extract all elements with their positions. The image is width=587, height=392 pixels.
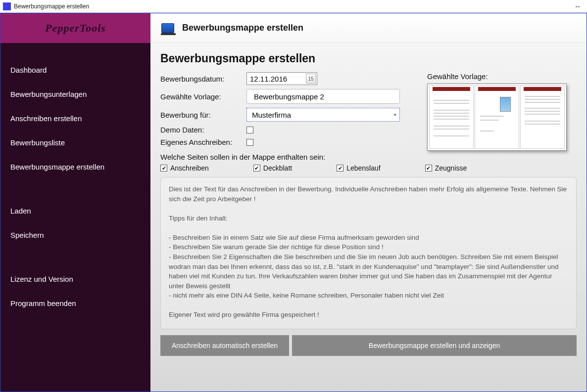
label-date: Bewerbungsdatum: <box>160 75 246 83</box>
checkbox-deckblatt[interactable] <box>253 165 260 172</box>
label-applyfor: Bewerbung für: <box>160 111 246 119</box>
check-deckblatt[interactable]: Deckblatt <box>253 164 292 172</box>
check-lebenslauf[interactable]: Lebenslauf <box>337 164 381 172</box>
row-own-letter: Eigenes Anschreiben: <box>160 138 418 146</box>
preview-title: Gewählte Vorlage: <box>427 72 577 81</box>
preview-page-1 <box>429 86 474 149</box>
page-title: Bewerbungsmappe erstellen <box>160 52 577 65</box>
sidebar-item-bewerbungsunterlagen[interactable]: Bewerbungsunterlagen <box>0 82 150 106</box>
section-question: Welche Seiten sollen in der Mappe enthal… <box>160 153 577 161</box>
preview-column: Gewählte Vorlage: <box>427 72 577 151</box>
check-zeugnisse[interactable]: Zeugnisse <box>425 164 467 172</box>
row-applyfor: Bewerbung für: Musterfirma ▾ <box>160 108 418 122</box>
checkbox-own-letter[interactable] <box>246 139 253 146</box>
content: Bewerbungsmappe erstellen Bewerbungsmapp… <box>150 13 587 392</box>
form-area: Bewerbungsdatum: 12.11.2016 15 Gewählte … <box>160 72 577 151</box>
checkbox-label: Deckblatt <box>263 164 292 172</box>
chevron-down-icon: ▾ <box>394 112 396 117</box>
date-value: 12.11.2016 <box>250 75 287 83</box>
titlebar: Bewerbungsmappe erstellen ↔ <box>0 0 587 13</box>
template-preview <box>427 84 567 151</box>
check-anschreiben[interactable]: Anschreiben <box>160 164 209 172</box>
sidebar-item-dashboard[interactable]: Dashboard <box>0 58 150 82</box>
sidebar-item-bewerbungsliste[interactable]: Bewerbungsliste <box>0 131 150 155</box>
row-date: Bewerbungsdatum: 12.11.2016 15 <box>160 72 418 85</box>
brand-text: PepperTools <box>45 22 106 35</box>
sidebar-item-anschreiben-erstellen[interactable]: Anschreiben erstellen <box>0 106 150 131</box>
action-row: Anschreiben automatisch erstellen Bewerb… <box>160 335 577 356</box>
label-template: Gewählte Vorlage: <box>160 92 246 101</box>
checkbox-anschreiben[interactable] <box>160 165 167 172</box>
checks-row: Anschreiben Deckblatt Lebenslauf Zeugnis… <box>160 164 577 172</box>
page-body: Bewerbungsmappe erstellen Bewerbungsdatu… <box>150 43 587 392</box>
preview-page-3 <box>520 86 565 149</box>
nav: Dashboard Bewerbungsunterlagen Anschreib… <box>0 43 150 392</box>
checkbox-label: Zeugnisse <box>435 164 467 172</box>
template-field[interactable]: Bewerbungsmappe 2 <box>246 89 400 104</box>
checkbox-zeugnisse[interactable] <box>425 165 432 172</box>
checkbox-demo[interactable] <box>246 127 253 133</box>
row-demo: Demo Daten: <box>160 126 418 134</box>
auto-create-button[interactable]: Anschreiben automatisch erstellen <box>160 335 289 356</box>
sidebar-item-laden[interactable]: Laden <box>0 199 150 223</box>
sidebar-item-programm-beenden[interactable]: Programm beenden <box>0 291 150 315</box>
header-title: Bewerbungsmappe erstellen <box>182 23 303 33</box>
label-own-letter: Eigenes Anschreiben: <box>160 138 246 146</box>
applyfor-combo[interactable]: Musterfirma ▾ <box>246 108 400 122</box>
content-header: Bewerbungsmappe erstellen <box>150 13 587 43</box>
applyfor-value: Musterfirma <box>252 111 291 119</box>
monitor-icon <box>161 23 174 33</box>
calendar-icon[interactable]: 15 <box>306 74 316 84</box>
sidebar-item-speichern[interactable]: Speichern <box>0 223 150 247</box>
checkbox-label: Lebenslauf <box>346 164 381 172</box>
template-value: Bewerbungsmappe 2 <box>254 92 324 101</box>
sidebar-item-lizenz-version[interactable]: Lizenz und Version <box>0 267 150 291</box>
app-icon <box>3 2 11 10</box>
checkbox-lebenslauf[interactable] <box>337 165 343 172</box>
sidebar: PepperTools Dashboard Bewerbungsunterlag… <box>0 13 150 392</box>
date-input[interactable]: 12.11.2016 15 <box>246 72 317 85</box>
brand-bar: PepperTools <box>0 13 150 43</box>
resize-icon[interactable]: ↔ <box>571 2 584 10</box>
form-left: Bewerbungsdatum: 12.11.2016 15 Gewählte … <box>160 72 418 151</box>
sidebar-item-bewerbungsmappe-erstellen[interactable]: Bewerbungsmappe erstellen <box>0 155 150 179</box>
label-demo: Demo Daten: <box>160 126 246 134</box>
tips-box: Dies ist der Text für das Anschreiben in… <box>160 177 577 329</box>
preview-page-2 <box>475 86 519 149</box>
app-shell: PepperTools Dashboard Bewerbungsunterlag… <box>0 13 587 392</box>
window-title: Bewerbungsmappe erstellen <box>14 3 571 10</box>
row-template: Gewählte Vorlage: Bewerbungsmappe 2 <box>160 89 418 104</box>
create-show-button[interactable]: Bewerbungsmappe erstellen und anzeigen <box>292 335 577 356</box>
checkbox-label: Anschreiben <box>170 164 209 172</box>
